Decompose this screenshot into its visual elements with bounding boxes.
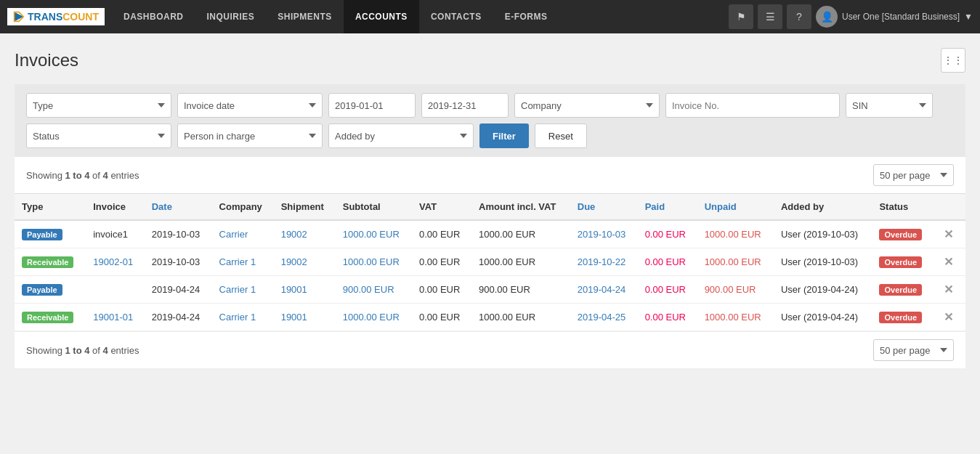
cell-invoice: invoice1 — [86, 220, 144, 248]
navbar: TRANSCOUNT DASHBOARD INQUIRIES SHIPMENTS… — [0, 0, 980, 33]
shipment-link[interactable]: 19001 — [281, 312, 307, 323]
delete-button[interactable]: ✕ — [941, 283, 956, 296]
nav-right: ⚑ ☰ ? 👤 User One [Standard Business] ▼ — [729, 4, 973, 29]
showing-range-bottom: 1 to 4 — [65, 345, 89, 356]
invoice-link[interactable]: 19001-01 — [93, 312, 133, 323]
page-header: Invoices ⋮⋮ — [15, 48, 965, 73]
date-from-input[interactable] — [328, 93, 416, 118]
per-page-top: 50 per page 25 per page 100 per page — [873, 164, 954, 186]
cell-delete: ✕ — [934, 276, 965, 304]
filter-button[interactable]: Filter — [479, 123, 529, 148]
subtotal-link[interactable]: 1000.00 EUR — [343, 229, 400, 240]
sin-select[interactable]: SIN — [846, 93, 933, 118]
nav-eforms[interactable]: E-FORMS — [493, 0, 559, 33]
cell-unpaid: 900.00 EUR — [697, 276, 774, 304]
date-to-input[interactable] — [421, 93, 509, 118]
table-info-bar-top: Showing 1 to 4 of 4 entries 50 per page … — [15, 157, 965, 193]
cell-subtotal: 900.00 EUR — [336, 276, 412, 304]
cell-company: Carrier 1 — [212, 304, 274, 331]
col-due[interactable]: Due — [570, 194, 638, 221]
col-paid[interactable]: Paid — [638, 194, 697, 221]
status-select[interactable]: Status — [26, 123, 171, 148]
cell-paid: 0.00 EUR — [638, 304, 697, 331]
messages-button[interactable]: ⚑ — [729, 4, 753, 29]
delete-button[interactable]: ✕ — [941, 228, 956, 240]
nav-items: DASHBOARD INQUIRIES SHIPMENTS ACCOUNTS C… — [112, 0, 729, 33]
due-value: 2019-10-22 — [578, 256, 626, 267]
shipment-link[interactable]: 19002 — [281, 256, 307, 267]
col-added-by: Added by — [774, 194, 872, 221]
delete-button[interactable]: ✕ — [941, 256, 956, 268]
cell-invoice — [86, 276, 144, 304]
table-row: Payable invoice1 2019-10-03 Carrier 1900… — [15, 220, 965, 248]
cell-delete: ✕ — [934, 248, 965, 276]
help-button[interactable]: ? — [787, 4, 811, 29]
shipment-link[interactable]: 19001 — [281, 284, 307, 295]
avatar: 👤 — [816, 6, 838, 28]
paid-value: 0.00 EUR — [645, 284, 686, 295]
cell-amount-incl-vat: 1000.00 EUR — [471, 220, 570, 248]
cell-due: 2019-04-24 — [570, 276, 638, 304]
added-by-select[interactable]: Added by — [328, 123, 474, 148]
cell-status: Overdue — [872, 304, 933, 331]
col-date[interactable]: Date — [145, 194, 212, 221]
per-page-select-bottom[interactable]: 50 per page 25 per page 100 per page — [873, 339, 954, 361]
logo[interactable]: TRANSCOUNT — [7, 8, 105, 25]
company-select[interactable]: Company — [514, 93, 660, 118]
company-link[interactable]: Carrier 1 — [219, 284, 256, 295]
due-value: 2019-04-25 — [578, 312, 626, 323]
cell-subtotal: 1000.00 EUR — [336, 248, 412, 276]
company-link[interactable]: Carrier 1 — [219, 312, 256, 323]
cell-vat: 0.00 EUR — [412, 220, 471, 248]
cell-company: Carrier 1 — [212, 276, 274, 304]
cell-delete: ✕ — [934, 304, 965, 331]
cell-unpaid: 1000.00 EUR — [697, 248, 774, 276]
subtotal-link[interactable]: 1000.00 EUR — [343, 312, 400, 323]
nav-accounts[interactable]: ACCOUNTS — [344, 0, 419, 33]
invoice-no-input[interactable] — [665, 93, 840, 118]
unpaid-value: 1000.00 EUR — [705, 256, 761, 267]
cell-amount-incl-vat: 1000.00 EUR — [471, 304, 570, 331]
company-link[interactable]: Carrier — [219, 229, 248, 240]
person-in-charge-select[interactable]: Person in charge — [177, 123, 323, 148]
type-badge: Payable — [22, 284, 62, 296]
cell-invoice: 19001-01 — [86, 304, 144, 331]
type-select[interactable]: Type — [26, 93, 171, 118]
cell-date: 2019-04-24 — [145, 276, 212, 304]
col-type: Type — [15, 194, 86, 221]
paid-value: 0.00 EUR — [645, 312, 686, 323]
invoice-link[interactable]: 19002-01 — [93, 256, 133, 267]
type-badge: Receivable — [22, 312, 73, 323]
user-label: User One [Standard Business] — [842, 12, 960, 22]
col-amount-incl-vat: Amount incl. VAT — [471, 194, 570, 221]
per-page-select-top[interactable]: 50 per page 25 per page 100 per page — [873, 164, 954, 186]
nav-inquiries[interactable]: INQUIRIES — [195, 0, 267, 33]
filter-row-1: Type Invoice date Company SIN — [26, 93, 954, 118]
cell-amount-incl-vat: 900.00 EUR — [471, 276, 570, 304]
nav-shipments[interactable]: SHIPMENTS — [266, 0, 344, 33]
invoices-table: Type Invoice Date Company Shipment Subto… — [15, 193, 965, 331]
grid-view-button[interactable]: ⋮⋮ — [941, 48, 965, 73]
user-menu[interactable]: 👤 User One [Standard Business] ▼ — [816, 6, 973, 28]
nav-dashboard[interactable]: DASHBOARD — [112, 0, 195, 33]
cell-date: 2019-10-03 — [145, 248, 212, 276]
cell-type: Receivable — [15, 304, 86, 331]
shipment-link[interactable]: 19002 — [281, 229, 307, 240]
showing-total-bottom: 4 — [103, 345, 108, 356]
status-badge: Overdue — [879, 312, 922, 323]
reset-button[interactable]: Reset — [535, 123, 587, 148]
delete-button[interactable]: ✕ — [941, 311, 956, 323]
unpaid-value: 900.00 EUR — [705, 284, 756, 295]
cell-vat: 0.00 EUR — [412, 304, 471, 331]
menu-button[interactable]: ☰ — [758, 4, 782, 29]
cell-due: 2019-04-25 — [570, 304, 638, 331]
nav-contacts[interactable]: CONTACTS — [419, 0, 493, 33]
subtotal-link[interactable]: 900.00 EUR — [343, 284, 394, 295]
table-header-row: Type Invoice Date Company Shipment Subto… — [15, 194, 965, 221]
showing-text-bottom: Showing 1 to 4 of 4 entries — [26, 345, 139, 356]
cell-due: 2019-10-03 — [570, 220, 638, 248]
col-unpaid[interactable]: Unpaid — [697, 194, 774, 221]
company-link[interactable]: Carrier 1 — [219, 256, 256, 267]
subtotal-link[interactable]: 1000.00 EUR — [343, 256, 400, 267]
invoice-date-select[interactable]: Invoice date — [177, 93, 323, 118]
